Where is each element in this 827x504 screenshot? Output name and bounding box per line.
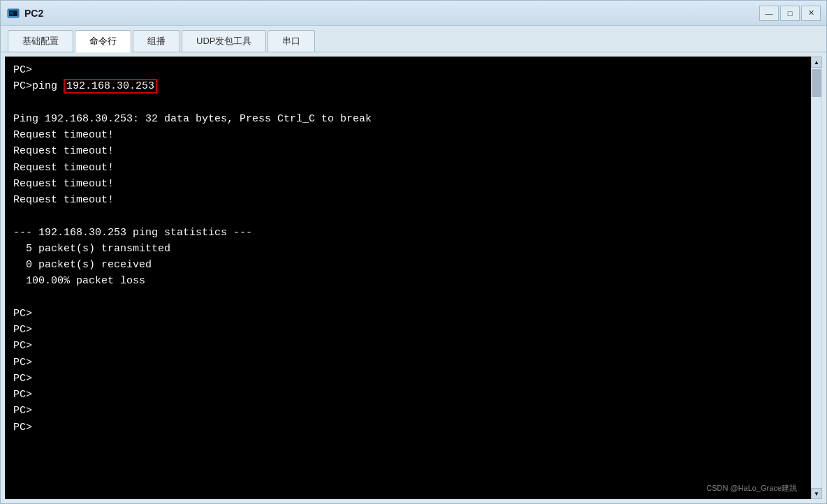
terminal-output: PC> PC>ping 192.168.30.253 Ping 192.168.… (13, 62, 803, 494)
terminal-line-timeout5: Request timeout! (13, 192, 803, 208)
terminal-line-1: PC> (13, 62, 803, 78)
terminal-line-prompt5: PC> (13, 371, 803, 387)
terminal-line-prompt4: PC> (13, 355, 803, 371)
ping-ip-highlight: 192.168.30.253 (64, 79, 157, 94)
scrollbar-thumb[interactable] (812, 69, 821, 97)
terminal-line-blank3 (13, 290, 803, 306)
scrollbar-track[interactable] (812, 68, 821, 488)
tab-serial[interactable]: 串口 (268, 30, 315, 52)
watermark: CSDN @HaLo_Grace建跳 (706, 483, 797, 494)
terminal-line-prompt8: PC> (13, 420, 803, 436)
tab-command-line[interactable]: 命令行 (75, 30, 131, 52)
terminal-line-blank2 (13, 208, 803, 224)
terminal-line-prompt6: PC> (13, 387, 803, 403)
tab-basic-config[interactable]: 基础配置 (8, 30, 73, 52)
terminal-line-ping-info: Ping 192.168.30.253: 32 data bytes, Pres… (13, 111, 803, 127)
terminal-line-blank1 (13, 95, 803, 111)
window-controls: — □ ✕ (759, 6, 821, 21)
terminal-line-loss: 100.00% packet loss (13, 273, 803, 289)
terminal-line-prompt1: PC> (13, 306, 803, 322)
main-window: PC PC2 — □ ✕ 基础配置 命令行 组播 UDP发包工具 串口 (0, 0, 827, 504)
terminal[interactable]: PC> PC>ping 192.168.30.253 Ping 192.168.… (5, 57, 811, 499)
terminal-line-transmitted: 5 packet(s) transmitted (13, 241, 803, 257)
scroll-down-button[interactable]: ▼ (811, 488, 822, 499)
terminal-line-prompt3: PC> (13, 338, 803, 354)
window-title: PC2 (24, 8, 759, 19)
svg-text:PC: PC (10, 11, 14, 15)
close-button[interactable]: ✕ (801, 6, 821, 21)
terminal-line-timeout4: Request timeout! (13, 176, 803, 192)
scroll-up-button[interactable]: ▲ (811, 57, 822, 68)
tab-bar: 基础配置 命令行 组播 UDP发包工具 串口 (1, 26, 826, 52)
terminal-line-timeout1: Request timeout! (13, 127, 803, 143)
minimize-button[interactable]: — (759, 6, 779, 21)
terminal-line-2: PC>ping 192.168.30.253 (13, 78, 803, 94)
terminal-line-prompt7: PC> (13, 403, 803, 419)
tab-udp-tool[interactable]: UDP发包工具 (182, 30, 266, 52)
terminal-line-stats-header: --- 192.168.30.253 ping statistics --- (13, 225, 803, 241)
terminal-line-received: 0 packet(s) received (13, 257, 803, 273)
terminal-line-timeout3: Request timeout! (13, 160, 803, 176)
title-bar: PC PC2 — □ ✕ (1, 1, 826, 26)
terminal-line-prompt2: PC> (13, 322, 803, 338)
terminal-line-timeout2: Request timeout! (13, 143, 803, 159)
scrollbar[interactable]: ▲ ▼ (811, 57, 822, 499)
maximize-button[interactable]: □ (780, 6, 800, 21)
tab-multicast[interactable]: 组播 (133, 30, 180, 52)
content-area: PC> PC>ping 192.168.30.253 Ping 192.168.… (1, 52, 826, 503)
app-icon: PC (6, 6, 20, 20)
